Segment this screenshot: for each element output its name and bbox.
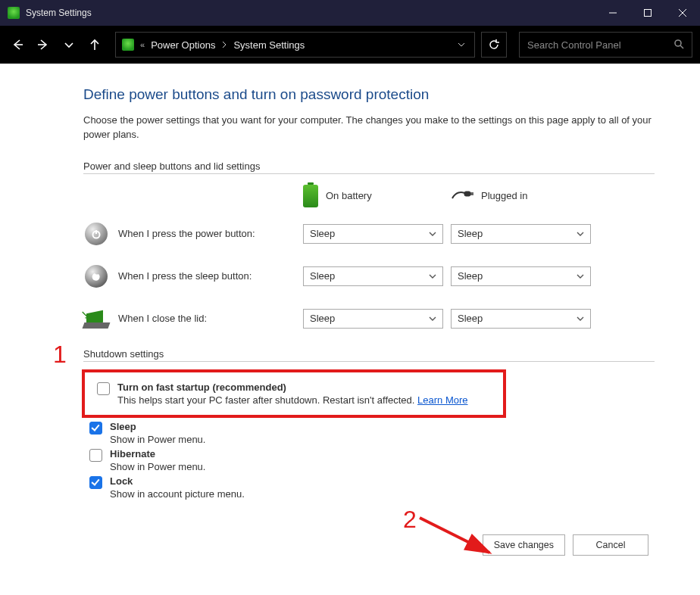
search-placeholder: Search Control Panel xyxy=(527,39,673,51)
power-battery-select[interactable]: Sleep xyxy=(303,224,443,244)
breadcrumb-item-2[interactable]: System Settings xyxy=(233,39,305,51)
recent-button[interactable] xyxy=(59,35,79,55)
sleep-option-desc: Show in Power menu. xyxy=(110,434,205,445)
row-lid-label: When I close the lid: xyxy=(118,313,207,324)
breadcrumb-icon xyxy=(122,39,134,51)
maximize-button[interactable] xyxy=(630,0,665,26)
section-shutdown-label: Shutdown settings xyxy=(83,348,655,362)
plug-icon xyxy=(451,188,473,204)
sleep-plugged-select[interactable]: Sleep xyxy=(451,266,591,286)
cancel-button[interactable]: Cancel xyxy=(573,534,648,556)
battery-icon xyxy=(303,185,318,207)
forward-button[interactable] xyxy=(33,35,53,55)
svg-rect-9 xyxy=(464,192,470,196)
search-icon xyxy=(673,39,684,51)
hibernate-option-desc: Show in Power menu. xyxy=(110,461,205,472)
minimize-button[interactable] xyxy=(595,0,630,26)
power-button-icon xyxy=(85,223,108,245)
navbar: « Power Options System Settings Search C… xyxy=(0,26,700,64)
row-sleep-label: When I press the sleep button: xyxy=(118,270,252,282)
close-button[interactable] xyxy=(665,0,700,26)
titlebar: System Settings xyxy=(0,0,700,26)
sleep-battery-select[interactable]: Sleep xyxy=(303,266,443,286)
breadcrumb-dropdown[interactable] xyxy=(455,40,468,49)
sleep-checkbox[interactable] xyxy=(89,422,102,435)
sleep-option-label: Sleep xyxy=(110,421,205,432)
svg-line-8 xyxy=(680,45,683,48)
lid-battery-select[interactable]: Sleep xyxy=(303,309,443,329)
learn-more-link[interactable]: Learn More xyxy=(417,394,467,406)
power-plugged-select[interactable]: Sleep xyxy=(451,224,591,244)
annotation-box-1: Turn on fast startup (recommended) This … xyxy=(82,369,506,418)
annotation-arrow xyxy=(417,515,508,568)
svg-line-14 xyxy=(420,518,489,553)
search-input[interactable]: Search Control Panel xyxy=(519,32,692,58)
fast-startup-desc: This helps start your PC faster after sh… xyxy=(117,394,468,406)
back-button[interactable] xyxy=(8,35,27,55)
window-title: System Settings xyxy=(26,8,92,18)
breadcrumb-root-sep: « xyxy=(140,40,145,49)
up-button[interactable] xyxy=(85,35,105,55)
refresh-button[interactable] xyxy=(481,32,507,58)
hibernate-checkbox[interactable] xyxy=(89,449,102,462)
fast-startup-checkbox[interactable] xyxy=(97,382,110,395)
lock-option-label: Lock xyxy=(110,475,245,487)
chevron-right-icon xyxy=(221,39,227,51)
svg-rect-1 xyxy=(645,10,652,17)
lid-plugged-select[interactable]: Sleep xyxy=(451,309,591,329)
row-power-label: When I press the power button: xyxy=(118,228,255,239)
section-power-sleep-label: Power and sleep buttons and lid settings xyxy=(83,160,655,174)
annotation-2: 2 xyxy=(403,506,417,534)
column-on-battery: On battery xyxy=(303,185,451,207)
breadcrumb[interactable]: « Power Options System Settings xyxy=(115,32,475,58)
sleep-button-icon xyxy=(85,265,108,288)
column-plugged-in: Plugged in xyxy=(451,188,598,204)
hibernate-option-label: Hibernate xyxy=(110,448,205,459)
annotation-1: 1 xyxy=(53,341,67,369)
lock-option-desc: Show in account picture menu. xyxy=(110,488,245,500)
breadcrumb-item-1[interactable]: Power Options xyxy=(151,39,215,51)
lid-icon: ↘ xyxy=(83,309,109,329)
fast-startup-label: Turn on fast startup (recommended) xyxy=(117,382,468,393)
page-description: Choose the power settings that you want … xyxy=(83,114,655,142)
app-icon xyxy=(8,7,20,19)
lock-checkbox[interactable] xyxy=(89,476,102,489)
page-title: Define power buttons and turn on passwor… xyxy=(83,86,655,103)
svg-point-7 xyxy=(675,40,681,46)
